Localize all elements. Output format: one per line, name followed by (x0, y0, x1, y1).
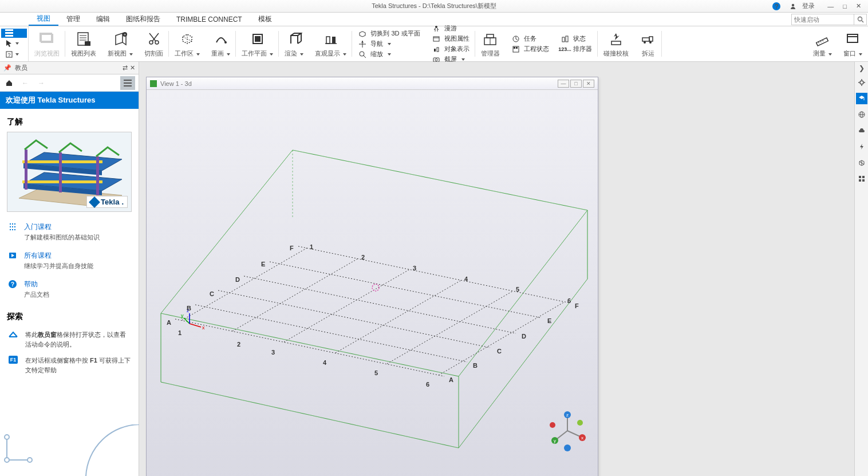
rightbar-bolt-icon[interactable] (856, 141, 867, 152)
svg-rect-42 (487, 34, 494, 38)
menu-tab-drawings[interactable]: 图纸和报告 (118, 13, 168, 26)
ribbon-switch-3d[interactable]: 切换到 3D 或平面 (358, 29, 420, 38)
menu-tab-edit[interactable]: 编辑 (88, 13, 118, 26)
menu-tab-template[interactable]: 模板 (250, 13, 280, 26)
ribbon-work-plane[interactable]: 工作平面 (236, 26, 279, 61)
tip-f1: F1 在对话框或侧窗格中按 F1 可获得上下文特定帮助 (7, 352, 132, 378)
rightbar-gear-icon[interactable] (856, 77, 867, 88)
expand-icon[interactable]: ❯ (856, 64, 867, 72)
view-minimize-icon[interactable]: — (558, 80, 569, 88)
learn-heading: 了解 (7, 117, 132, 127)
pointer-tool[interactable] (1, 39, 27, 48)
ribbon-proj-status[interactable]: 工程状态 (511, 45, 549, 54)
ribbon-measure[interactable]: 测量 (807, 26, 838, 61)
svg-rect-127 (859, 176, 861, 178)
svg-rect-52 (611, 41, 621, 45)
svg-rect-54 (649, 37, 653, 41)
link-all-courses[interactable]: 所有课程继续学习并提高自身技能 (7, 246, 132, 275)
close-button[interactable]: ✕ (853, 1, 865, 11)
rightbar-cube-icon[interactable] (856, 157, 867, 168)
sidebar-close-icon[interactable]: ✕ (130, 64, 135, 72)
tutorial-thumbnail[interactable]: Tekla. (7, 132, 132, 212)
svg-text:?: ? (7, 52, 10, 58)
link-intro-course[interactable]: 入门课程了解建模和图纸的基础知识 (7, 218, 132, 246)
rightbar-cloud-icon[interactable] (856, 125, 867, 136)
svg-point-32 (360, 52, 364, 56)
viewport-3d[interactable]: x y z (147, 90, 598, 476)
nav-home-icon[interactable] (3, 77, 15, 89)
search-button[interactable] (854, 14, 867, 25)
ribbon-navigate[interactable]: 导航 (358, 40, 420, 49)
right-sidebar: ❯ (854, 62, 868, 476)
ribbon-render[interactable]: 渲染 (279, 26, 309, 61)
svg-rect-37 (434, 49, 436, 52)
svg-line-86 (195, 305, 467, 362)
svg-point-116 (860, 81, 863, 84)
svg-rect-5 (5, 35, 13, 37)
file-menu-button[interactable] (1, 29, 27, 38)
svg-line-93 (284, 269, 410, 342)
minimize-button[interactable]: — (824, 2, 837, 11)
svg-line-90 (298, 246, 570, 303)
title-bar: Tekla Structures - D:\Tekla Structures\新… (0, 0, 868, 13)
ribbon-browse-view[interactable]: 浏览视图 (29, 26, 65, 61)
ribbon-status[interactable]: 状态 (561, 34, 592, 44)
svg-rect-128 (862, 176, 865, 178)
help-link-icon: ? (7, 280, 18, 299)
svg-point-23 (224, 41, 227, 44)
svg-rect-70 (22, 160, 102, 163)
ribbon-new-view[interactable]: + 新视图 (102, 26, 139, 61)
ribbon-transport[interactable]: 拆运 (634, 26, 662, 61)
ribbon-work-area[interactable]: 工作区 (169, 26, 206, 61)
rightbar-globe-icon[interactable] (856, 109, 867, 120)
view-title-bar[interactable]: View 1 - 3d — □ ✕ (147, 77, 598, 90)
rightbar-tutor-icon[interactable] (856, 93, 867, 104)
ribbon-redraw[interactable]: 重画 (206, 26, 236, 61)
link-help[interactable]: ? 帮助产品文档 (7, 275, 132, 304)
ribbon-window[interactable]: 窗口 (838, 26, 868, 61)
ribbon-roam[interactable]: 漫游 (432, 24, 469, 33)
pin-icon[interactable]: 📌 (3, 64, 11, 72)
help-tool[interactable]: ? (1, 50, 27, 59)
courses-icon (7, 251, 18, 270)
svg-point-111 (550, 422, 555, 428)
ribbon-zoom[interactable]: 缩放 (358, 50, 420, 59)
svg-line-97 (190, 324, 201, 327)
menu-tab-view[interactable]: 视图 (29, 13, 58, 26)
view-maximize-icon[interactable]: □ (570, 80, 582, 88)
svg-line-58 (819, 42, 819, 44)
menu-tab-trimble[interactable]: TRIMBLE CONNECT (168, 13, 250, 26)
ribbon-clip-plane[interactable]: 切割面 (139, 26, 169, 61)
menu-tab-manage[interactable]: 管理 (58, 13, 88, 26)
svg-text:y: y (554, 438, 556, 443)
login-button[interactable]: 登录 (786, 0, 822, 13)
rightbar-components-icon[interactable] (856, 173, 867, 184)
svg-rect-53 (642, 38, 649, 41)
svg-rect-129 (859, 179, 861, 182)
ribbon-collision[interactable]: 碰撞校核 (598, 26, 634, 61)
svg-text:z: z (187, 308, 190, 313)
nav-back-icon[interactable]: ← (19, 77, 31, 89)
nav-forward-icon[interactable]: → (35, 77, 47, 89)
svg-point-55 (644, 41, 646, 44)
maximize-button[interactable]: □ (839, 2, 850, 11)
ribbon-view-props[interactable]: 视图属性 (432, 34, 469, 44)
view-close-icon[interactable]: ✕ (583, 80, 594, 88)
svg-point-110 (564, 444, 571, 451)
sidebar-options-icon[interactable]: ⇄ (123, 64, 128, 72)
svg-rect-72 (59, 152, 62, 192)
ribbon-representation[interactable]: 直观显示 (309, 26, 352, 61)
nav-menu-icon[interactable] (120, 76, 135, 90)
ribbon-sequencer[interactable]: 123...排序器 (561, 45, 592, 54)
quick-launch-input[interactable] (791, 14, 854, 25)
help-icon[interactable]: ? (769, 1, 784, 11)
ribbon-manager[interactable]: 管理器 (475, 26, 506, 61)
sidebar-header: 📌 教员 ⇄ ✕ (0, 62, 139, 74)
svg-line-95 (387, 291, 513, 364)
svg-text:?: ? (11, 281, 14, 288)
ribbon-tasks[interactable]: 任务 (511, 34, 549, 44)
ribbon-view-list[interactable]: 视图列表 (65, 26, 102, 61)
svg-rect-49 (516, 47, 518, 49)
svg-point-103 (372, 284, 379, 291)
ribbon-obj-rep[interactable]: 对象表示 (432, 45, 469, 54)
